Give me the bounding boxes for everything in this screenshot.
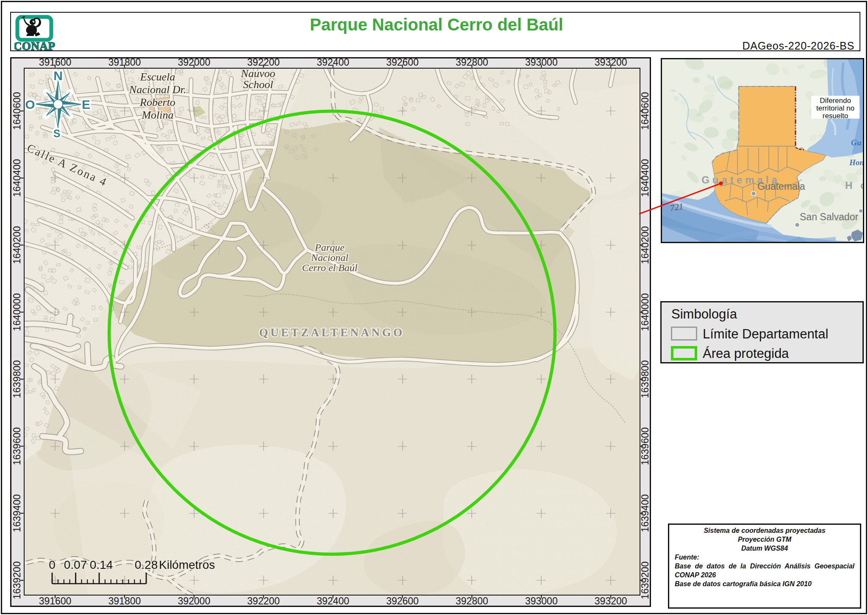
svg-text:392600: 392600 [386, 58, 419, 68]
svg-text:1639200: 1639200 [640, 561, 650, 599]
svg-text:1639400: 1639400 [11, 494, 22, 532]
svg-text:1639600: 1639600 [11, 427, 22, 465]
svg-text:721: 721 [669, 201, 684, 213]
svg-text:CONAP: CONAP [14, 40, 55, 53]
svg-text:1639200: 1639200 [11, 561, 22, 599]
svg-text:393200: 393200 [595, 596, 627, 606]
svg-text:N: N [53, 69, 63, 83]
svg-text:1639600: 1639600 [640, 427, 650, 465]
svg-text:1640400: 1640400 [640, 159, 650, 197]
svg-text:1640200: 1640200 [11, 226, 22, 264]
svg-text:392000: 392000 [178, 596, 210, 606]
svg-text:391800: 391800 [108, 58, 141, 68]
svg-text:0.28: 0.28 [134, 558, 158, 571]
svg-text:1640600: 1640600 [640, 92, 650, 130]
svg-text:391600: 391600 [39, 596, 72, 606]
svg-text:393200: 393200 [595, 58, 627, 68]
svg-text:H o: H o [845, 180, 863, 191]
svg-text:San Salvador: San Salvador [800, 211, 858, 222]
svg-text:resuelto: resuelto [823, 112, 848, 120]
svg-text:1639800: 1639800 [640, 360, 650, 398]
svg-text:1640400: 1640400 [11, 159, 22, 197]
svg-text:Escuela: Escuela [139, 71, 175, 83]
svg-text:1640200: 1640200 [640, 226, 650, 264]
svg-text:Nacional Dr.: Nacional Dr. [128, 83, 186, 96]
svg-text:Nacional: Nacional [311, 252, 348, 263]
svg-text:1640000: 1640000 [11, 293, 22, 331]
svg-text:392600: 392600 [386, 596, 419, 606]
svg-text:1640000: 1640000 [640, 293, 650, 331]
svg-text:392200: 392200 [247, 58, 280, 68]
svg-text:Roberto: Roberto [139, 96, 175, 108]
svg-text:392800: 392800 [456, 596, 488, 606]
svg-text:E: E [81, 97, 90, 111]
svg-text:1639800: 1639800 [11, 360, 22, 398]
svg-text:Kilómetros: Kilómetros [159, 558, 215, 571]
svg-text:Gu: Gu [851, 138, 861, 147]
svg-text:1640600: 1640600 [11, 92, 22, 130]
svg-text:392400: 392400 [317, 596, 349, 606]
svg-text:0: 0 [49, 558, 56, 571]
svg-text:0.14: 0.14 [89, 558, 113, 571]
svg-text:392000: 392000 [178, 58, 210, 68]
svg-text:1639400: 1639400 [640, 494, 650, 532]
svg-text:391600: 391600 [39, 58, 72, 68]
svg-text:Molina: Molina [141, 109, 173, 121]
svg-text:S: S [53, 127, 60, 139]
svg-text:Cerro el Baúl: Cerro el Baúl [302, 262, 357, 273]
svg-text:393000: 393000 [525, 58, 558, 68]
svg-text:392400: 392400 [317, 58, 349, 68]
svg-text:392200: 392200 [247, 596, 280, 606]
svg-text:391800: 391800 [108, 596, 141, 606]
svg-text:393000: 393000 [525, 596, 558, 606]
svg-text:Diferendo: Diferendo [820, 97, 851, 105]
svg-text:Parque: Parque [314, 242, 345, 253]
svg-text:O: O [25, 97, 35, 111]
svg-text:392800: 392800 [456, 58, 488, 68]
svg-text:Hond: Hond [849, 158, 863, 167]
svg-text:territorial no: territorial no [816, 104, 854, 112]
svg-text:QUETZALTENANGO: QUETZALTENANGO [259, 326, 404, 339]
svg-text:Guatemala: Guatemala [757, 181, 805, 192]
svg-text:School: School [243, 78, 273, 91]
svg-text:0.07: 0.07 [64, 558, 87, 571]
